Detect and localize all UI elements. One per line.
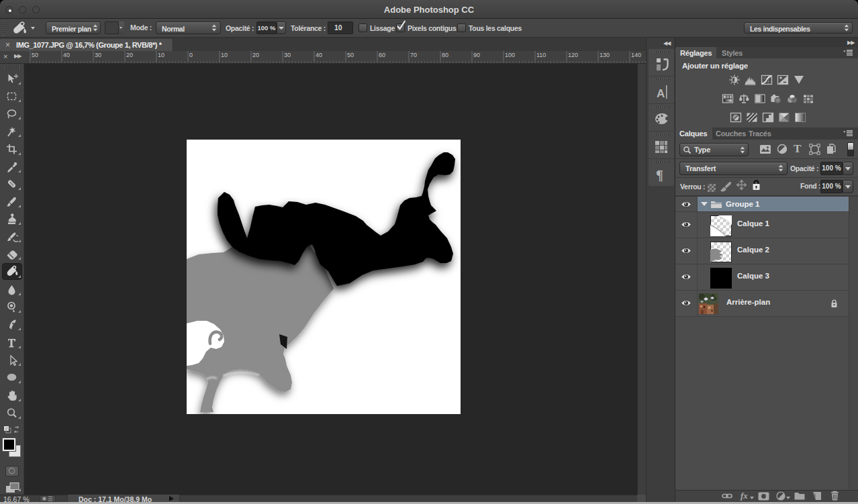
svg-text:140: 140: [631, 52, 641, 58]
svg-text:30: 30: [95, 52, 101, 58]
svg-text:40: 40: [316, 52, 322, 58]
svg-text:10: 10: [221, 52, 228, 58]
svg-text:¶: ¶: [656, 168, 663, 183]
svg-text:20: 20: [126, 52, 133, 58]
svg-text:60: 60: [379, 52, 385, 58]
svg-text:50: 50: [32, 52, 38, 58]
svg-text:130: 130: [600, 52, 610, 58]
svg-text:10: 10: [158, 52, 164, 58]
svg-text:70: 70: [410, 52, 417, 58]
svg-text:110: 110: [536, 52, 546, 58]
svg-text:40: 40: [63, 52, 70, 58]
svg-text:20: 20: [252, 52, 259, 58]
svg-text:120: 120: [568, 52, 578, 58]
svg-text:80: 80: [442, 52, 448, 58]
svg-text:30: 30: [284, 52, 291, 58]
svg-text:50: 50: [347, 52, 354, 58]
svg-text:90: 90: [473, 52, 480, 58]
svg-text:0: 0: [189, 52, 193, 58]
svg-text:100: 100: [505, 52, 515, 58]
svg-text:A: A: [657, 87, 665, 100]
